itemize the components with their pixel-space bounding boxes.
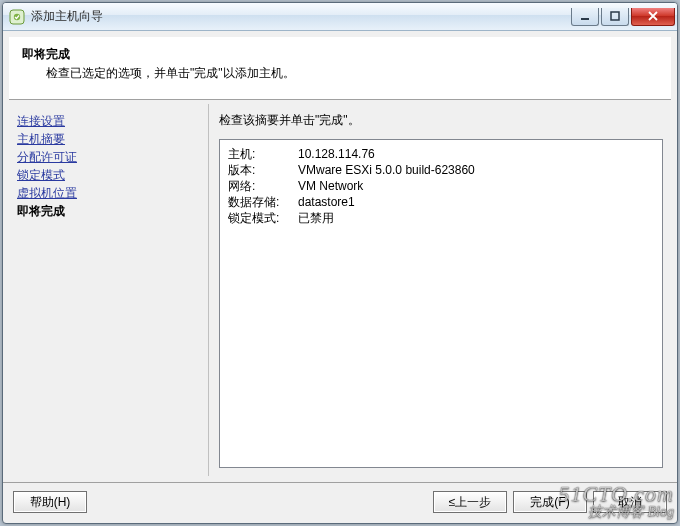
summary-row-version: 版本: VMware ESXi 5.0.0 build-623860 — [228, 162, 654, 178]
summary-value: VMware ESXi 5.0.0 build-623860 — [298, 162, 654, 178]
summary-row-host: 主机: 10.128.114.76 — [228, 146, 654, 162]
finish-button[interactable]: 完成(F) — [513, 491, 587, 513]
close-button[interactable] — [631, 8, 675, 26]
maximize-icon — [610, 11, 620, 21]
step-host-summary[interactable]: 主机摘要 — [17, 130, 204, 148]
summary-label: 锁定模式: — [228, 210, 298, 226]
instruction-text: 检查该摘要并单击"完成"。 — [219, 112, 663, 129]
back-button[interactable]: ≤上一步 — [433, 491, 507, 513]
step-vm-location[interactable]: 虚拟机位置 — [17, 184, 204, 202]
help-button[interactable]: 帮助(H) — [13, 491, 87, 513]
wizard-steps-sidebar: 连接设置 主机摘要 分配许可证 锁定模式 虚拟机位置 即将完成 — [9, 104, 209, 476]
summary-label: 版本: — [228, 162, 298, 178]
wizard-step-subtitle: 检查已选定的选项，并单击"完成"以添加主机。 — [46, 65, 658, 82]
step-lockdown-mode[interactable]: 锁定模式 — [17, 166, 204, 184]
header-divider — [9, 99, 671, 100]
close-icon — [647, 11, 659, 21]
minimize-button[interactable] — [571, 8, 599, 26]
summary-label: 主机: — [228, 146, 298, 162]
wizard-content: 连接设置 主机摘要 分配许可证 锁定模式 虚拟机位置 即将完成 检查该摘要并单击… — [9, 104, 671, 476]
summary-label: 网络: — [228, 178, 298, 194]
step-connection-settings[interactable]: 连接设置 — [17, 112, 204, 130]
window-controls — [571, 8, 675, 26]
summary-value: VM Network — [298, 178, 654, 194]
step-ready-to-complete: 即将完成 — [17, 202, 204, 220]
summary-value: 10.128.114.76 — [298, 146, 654, 162]
summary-row-network: 网络: VM Network — [228, 178, 654, 194]
titlebar: 添加主机向导 — [3, 3, 677, 31]
wizard-window: 添加主机向导 即将完成 检查已选定的选项，并单击"完成"以添加主机。 连接设置 … — [2, 2, 678, 524]
wizard-main-pane: 检查该摘要并单击"完成"。 主机: 10.128.114.76 版本: VMwa… — [209, 104, 671, 476]
summary-row-datastore: 数据存储: datastore1 — [228, 194, 654, 210]
maximize-button[interactable] — [601, 8, 629, 26]
minimize-icon — [580, 11, 590, 21]
svg-rect-2 — [581, 18, 589, 20]
summary-row-lockdown: 锁定模式: 已禁用 — [228, 210, 654, 226]
summary-label: 数据存储: — [228, 194, 298, 210]
summary-value: 已禁用 — [298, 210, 654, 226]
wizard-header: 即将完成 检查已选定的选项，并单击"完成"以添加主机。 — [9, 37, 671, 99]
wizard-footer: 帮助(H) ≤上一步 完成(F) 取消 — [3, 482, 677, 523]
svg-rect-3 — [611, 12, 619, 20]
summary-value: datastore1 — [298, 194, 654, 210]
window-title: 添加主机向导 — [31, 8, 571, 25]
summary-box: 主机: 10.128.114.76 版本: VMware ESXi 5.0.0 … — [219, 139, 663, 468]
wizard-step-title: 即将完成 — [22, 46, 658, 63]
step-assign-license[interactable]: 分配许可证 — [17, 148, 204, 166]
cancel-button[interactable]: 取消 — [593, 491, 667, 513]
app-icon — [9, 9, 25, 25]
